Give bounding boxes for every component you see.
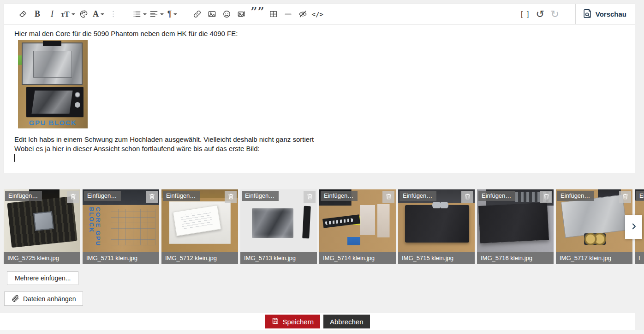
delete-attachment-button[interactable]	[67, 191, 79, 203]
content-line-1: Hier mal den Core für die 5090 Phantom n…	[14, 29, 625, 38]
smiley-icon	[222, 10, 231, 18]
save-button[interactable]: Speichern	[265, 315, 320, 328]
redo-button[interactable]: ↻	[549, 6, 561, 22]
chevron-down-icon	[173, 13, 177, 15]
insert-attachment-button[interactable]: Einfügen…	[636, 191, 644, 201]
trash-icon	[543, 193, 550, 201]
attachment-filename: IMG_5712 klein.jpg	[161, 252, 238, 264]
insert-attachment-button[interactable]: Einfügen…	[400, 191, 436, 201]
undo-button-label: ↺	[536, 8, 544, 20]
quote-button[interactable]: ””	[250, 6, 265, 22]
bbcode-button[interactable]: [ ]	[519, 6, 531, 22]
attachment-thumbnail[interactable]: Einfügen…IMG_5725 klein.jpg	[4, 189, 80, 264]
bottom-strip	[0, 330, 644, 334]
smilie-button[interactable]	[221, 6, 233, 22]
attachment-thumbnail[interactable]: Einfügen…IMG_5717 klein.jpg	[556, 189, 632, 264]
redo-button-label: ↻	[551, 8, 559, 20]
editor-toolbar: BIтTA¶””</> [ ]↺↻ Vorschau	[4, 4, 635, 24]
attachment-filename: IMG_5713 klein.jpg	[240, 252, 317, 264]
insert-multiple-button[interactable]: Mehrere einfügen...	[7, 271, 78, 285]
text-color-button[interactable]	[78, 6, 90, 22]
toolbar-left-group: BIтTA¶””</>	[4, 6, 518, 22]
insert-attachment-button[interactable]: Einfügen…	[242, 191, 279, 201]
attachment-thumbnail[interactable]: CORE GPU BLOCKEinfügen…IMG_5711 klein.jp…	[83, 189, 159, 264]
content-line-2: Edit Ich habs in einem Schwung zum Hochl…	[14, 135, 625, 144]
embedded-image[interactable]: GPU BLOCK	[18, 40, 88, 128]
preview-section: Vorschau	[575, 4, 635, 24]
insert-attachment-button[interactable]: Einfügen…	[321, 191, 358, 201]
preview-button[interactable]: Vorschau	[583, 9, 626, 20]
toolbar-right-group: [ ]↺↻	[518, 6, 569, 22]
thumbnail-next-button[interactable]	[625, 215, 642, 239]
attach-files-button[interactable]: Dateien anhängen	[4, 291, 83, 306]
trash-icon	[70, 193, 77, 201]
spoiler-button[interactable]	[297, 6, 309, 22]
italic-button-label: I	[51, 9, 54, 19]
attachment-thumbnail[interactable]: Einfügen…IMG_5716 klein.jpg	[477, 189, 554, 264]
delete-attachment-button[interactable]	[461, 191, 473, 203]
insert-attachment-button[interactable]: Einfügen…	[5, 191, 42, 201]
embedded-image-acrylic-window	[31, 91, 72, 114]
image-button[interactable]	[206, 6, 218, 22]
chevron-down-icon	[143, 13, 147, 15]
photo-visible-text: CORE GPU BLOCK	[88, 207, 101, 252]
eraser-button[interactable]	[17, 6, 29, 22]
trash-icon	[464, 193, 471, 201]
list-icon	[132, 10, 141, 18]
link-button[interactable]	[191, 6, 203, 22]
chevron-down-icon	[160, 13, 164, 15]
insert-attachment-button[interactable]: Einfügen…	[84, 191, 121, 201]
attachment-filename: IMG_5717 klein.jpg	[556, 252, 632, 264]
horizontal-rule-button[interactable]	[282, 6, 294, 22]
align-button[interactable]	[149, 6, 164, 22]
quote-button-label: ””	[250, 10, 265, 18]
insert-attachment-button[interactable]: Einfügen…	[163, 191, 200, 201]
delete-attachment-button[interactable]	[382, 191, 394, 203]
link-icon	[193, 10, 202, 18]
eraser-icon	[18, 10, 27, 18]
more-options-handle[interactable]	[107, 6, 119, 22]
bold-button[interactable]: B	[31, 6, 43, 22]
delete-attachment-button[interactable]	[146, 191, 158, 203]
media-button[interactable]	[236, 6, 248, 22]
delete-attachment-button[interactable]	[619, 191, 631, 203]
insert-attachment-button[interactable]: Einfügen…	[557, 191, 594, 201]
footer-action-bar: Speichern Abbrechen	[0, 313, 635, 330]
hr-icon	[284, 10, 292, 18]
code-button[interactable]: </>	[311, 6, 323, 22]
insert-attachment-button[interactable]: Einfügen…	[478, 191, 515, 201]
italic-button[interactable]: I	[46, 6, 58, 22]
delete-attachment-button[interactable]	[304, 191, 316, 203]
table-button[interactable]	[267, 6, 279, 22]
save-label: Speichern	[282, 318, 314, 326]
trash-icon	[385, 193, 392, 201]
palette-icon	[79, 10, 88, 18]
delete-attachment-button[interactable]	[540, 191, 552, 203]
attachment-thumbnail[interactable]: Einfügen…IMG_5712 klein.jpg	[161, 189, 238, 264]
cancel-button[interactable]: Abbrechen	[323, 315, 370, 328]
bold-button-label: B	[35, 9, 40, 19]
insert-multiple-label: Mehrere einfügen...	[15, 274, 71, 282]
attachment-thumbnail-row: Einfügen…IMG_5725 klein.jpgCORE GPU BLOC…	[4, 189, 644, 265]
delete-attachment-button[interactable]	[225, 191, 237, 203]
paragraph-button[interactable]: ¶	[167, 6, 179, 22]
text-cursor	[14, 154, 15, 162]
font-size-button[interactable]: тT	[61, 6, 75, 22]
font-size-button-label: тT	[61, 10, 70, 18]
editor-content-area[interactable]: Hier mal den Core für die 5090 Phantom n…	[4, 25, 635, 173]
chevron-right-icon	[630, 221, 638, 233]
attachment-thumbnail[interactable]: Einfügen…IMG_5713 klein.jpg	[240, 189, 317, 264]
attachment-thumbnail[interactable]: Einfügen…IMG_5715 klein.jpg	[398, 189, 475, 264]
page-right-margin	[636, 0, 644, 334]
list-button[interactable]	[132, 6, 147, 22]
undo-button[interactable]: ↺	[534, 6, 546, 22]
attach-files-label: Dateien anhängen	[23, 295, 76, 303]
attachment-thumbnail[interactable]: Einfügen…IMG_5714 klein.jpg	[319, 189, 396, 264]
attachment-filename: IMG_5716 klein.jpg	[477, 252, 554, 264]
font-family-button-label: A	[93, 9, 99, 19]
font-family-button[interactable]: A	[93, 6, 105, 22]
trash-icon	[149, 193, 155, 201]
vertical-dots-icon	[109, 10, 118, 18]
content-line-3: Wobei es ja hier in dieser Anssicht scho…	[14, 144, 625, 153]
embedded-image-waterblock-bottom	[26, 87, 83, 117]
